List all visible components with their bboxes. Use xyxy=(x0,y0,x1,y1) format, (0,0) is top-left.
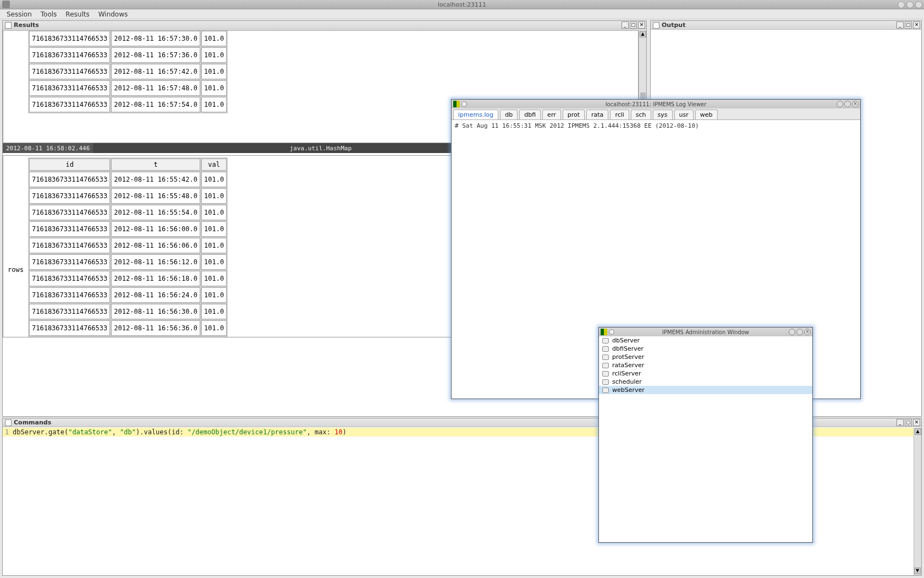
admin-item-rataServer[interactable]: rataServer xyxy=(599,361,812,369)
log-app-icon xyxy=(453,101,460,107)
log-tab-web[interactable]: web xyxy=(695,110,718,119)
table-row[interactable]: 71618367331147665332012-08-11 16:56:36.0… xyxy=(29,320,227,336)
close-icon[interactable] xyxy=(915,1,922,8)
log-tab-ipmems-log[interactable]: ipmems.log xyxy=(453,110,498,119)
table-cell: 7161836733114766533 xyxy=(29,320,110,336)
dialog-min-icon[interactable] xyxy=(789,329,795,335)
table-cell: 2012-08-11 16:56:18.0 xyxy=(111,271,200,286)
admin-item-dbServer[interactable]: dbServer xyxy=(599,336,812,345)
log-tab-prot[interactable]: prot xyxy=(563,110,585,119)
dialog-close-icon[interactable]: × xyxy=(804,329,811,335)
table-row[interactable]: 71618367331147665332012-08-11 16:56:12.0… xyxy=(29,254,227,270)
panel-close-icon[interactable]: ✕ xyxy=(638,21,645,29)
table-cell: 7161836733114766533 xyxy=(29,64,110,79)
menubar: Session Tools Results Windows xyxy=(0,9,924,19)
table-row[interactable]: 71618367331147665332012-08-11 16:57:54.0… xyxy=(29,97,227,112)
panel-max-icon[interactable]: □ xyxy=(630,21,637,29)
table-cell: 101.0 xyxy=(201,64,227,79)
server-icon xyxy=(602,338,609,343)
table-cell: 101.0 xyxy=(201,287,227,303)
log-content[interactable]: # Sat Aug 11 16:55:31 MSK 2012 IPMEMS 2.… xyxy=(452,120,860,132)
table-row[interactable]: 71618367331147665332012-08-11 16:56:30.0… xyxy=(29,304,227,319)
panel-close-icon[interactable]: ✕ xyxy=(913,21,920,29)
table-cell: 2012-08-11 16:57:36.0 xyxy=(111,47,200,63)
log-tab-sch[interactable]: sch xyxy=(631,110,651,119)
log-tab-err[interactable]: err xyxy=(542,110,561,119)
menu-results[interactable]: Results xyxy=(61,9,94,19)
admin-item-scheduler[interactable]: scheduler xyxy=(599,378,812,386)
admin-window-dialog[interactable]: IPMEMS Administration Window × dbServerd… xyxy=(598,327,813,543)
table-row[interactable]: 71618367331147665332012-08-11 16:56:18.0… xyxy=(29,271,227,286)
panel-min-icon[interactable]: _ xyxy=(897,419,904,426)
panel-icon[interactable] xyxy=(653,22,659,29)
lower-data-table: idtval71618367331147665332012-08-11 16:5… xyxy=(28,157,228,337)
table-row[interactable]: 71618367331147665332012-08-11 16:55:42.0… xyxy=(29,172,227,187)
log-tab-usr[interactable]: usr xyxy=(674,110,694,119)
admin-window-title: IPMEMS Administration Window xyxy=(662,329,749,335)
table-cell: 2012-08-11 16:57:42.0 xyxy=(111,64,200,79)
table-cell: 101.0 xyxy=(201,254,227,270)
scroll-down-icon[interactable]: ▼ xyxy=(914,568,921,574)
rows-label: rows xyxy=(8,266,24,274)
admin-item-rcliServer[interactable]: rcliServer xyxy=(599,369,812,378)
panel-max-icon[interactable]: □ xyxy=(905,419,912,426)
table-row[interactable]: 71618367331147665332012-08-11 16:55:48.0… xyxy=(29,188,227,204)
table-row[interactable]: 71618367331147665332012-08-11 16:56:24.0… xyxy=(29,287,227,303)
commands-scrollbar[interactable]: ▲ ▼ xyxy=(914,428,921,575)
table-row[interactable]: 71618367331147665332012-08-11 16:56:00.0… xyxy=(29,221,227,237)
log-tab-sys[interactable]: sys xyxy=(653,110,673,119)
table-cell: 7161836733114766533 xyxy=(29,205,110,220)
admin-item-label: scheduler xyxy=(612,378,642,385)
admin-item-dbfiServer[interactable]: dbfiServer xyxy=(599,345,812,353)
scroll-up-icon[interactable]: ▲ xyxy=(640,31,646,37)
menu-session[interactable]: Session xyxy=(2,9,36,19)
dialog-max-icon[interactable] xyxy=(844,101,851,107)
column-header[interactable]: id xyxy=(29,159,110,171)
maximize-icon[interactable] xyxy=(906,1,914,8)
table-cell: 101.0 xyxy=(201,271,227,286)
panel-min-icon[interactable]: _ xyxy=(897,21,904,29)
table-cell: 2012-08-11 16:55:48.0 xyxy=(111,188,200,204)
log-tab-rcli[interactable]: rcli xyxy=(610,110,629,119)
table-cell: 2012-08-11 16:57:48.0 xyxy=(111,80,200,96)
admin-item-webServer[interactable]: webServer xyxy=(599,386,812,394)
log-tab-rata[interactable]: rata xyxy=(586,110,608,119)
admin-item-protServer[interactable]: protServer xyxy=(599,353,812,361)
scroll-up-icon[interactable]: ▲ xyxy=(915,428,921,435)
table-row[interactable]: 71618367331147665332012-08-11 16:57:42.0… xyxy=(29,64,227,79)
table-cell: 7161836733114766533 xyxy=(29,97,110,112)
admin-status-icon xyxy=(609,329,614,335)
menu-windows[interactable]: Windows xyxy=(94,9,133,19)
panel-min-icon[interactable]: _ xyxy=(622,21,629,29)
panel-close-icon[interactable]: ✕ xyxy=(913,419,920,426)
panel-icon[interactable] xyxy=(5,22,12,29)
dialog-max-icon[interactable] xyxy=(796,329,803,335)
column-header[interactable]: val xyxy=(201,159,227,171)
table-row[interactable]: 71618367331147665332012-08-11 16:57:36.0… xyxy=(29,47,227,63)
server-icon xyxy=(602,379,609,385)
panel-icon[interactable] xyxy=(5,419,12,426)
results-title: Results xyxy=(14,21,39,29)
panel-max-icon[interactable]: □ xyxy=(905,21,912,29)
log-tab-db[interactable]: db xyxy=(500,110,518,119)
table-cell: 7161836733114766533 xyxy=(29,287,110,303)
server-icon xyxy=(602,371,609,377)
dialog-close-icon[interactable]: × xyxy=(852,101,859,107)
table-cell: 7161836733114766533 xyxy=(29,304,110,319)
server-icon xyxy=(602,355,609,360)
command-code[interactable]: dbServer.gate("dataStore", "db").values(… xyxy=(13,428,346,436)
table-row[interactable]: 71618367331147665332012-08-11 16:57:48.0… xyxy=(29,80,227,96)
table-cell: 101.0 xyxy=(201,47,227,63)
column-header[interactable]: t xyxy=(111,159,200,171)
table-row[interactable]: 71618367331147665332012-08-11 16:57:30.0… xyxy=(29,31,227,46)
timestamp-value: 2012-08-11 16:58:02.446 xyxy=(3,143,93,153)
dialog-min-icon[interactable] xyxy=(837,101,843,107)
minimize-icon[interactable] xyxy=(898,1,905,8)
table-row[interactable]: 71618367331147665332012-08-11 16:56:06.0… xyxy=(29,238,227,253)
log-viewer-title: localhost:23111: IPMEMS Log Viewer xyxy=(606,101,707,107)
menu-tools[interactable]: Tools xyxy=(36,9,62,19)
log-tab-dbfi[interactable]: dbfi xyxy=(519,110,541,119)
table-row[interactable]: 71618367331147665332012-08-11 16:55:54.0… xyxy=(29,205,227,220)
admin-item-label: dbServer xyxy=(612,337,640,344)
admin-item-label: dbfiServer xyxy=(612,345,644,352)
